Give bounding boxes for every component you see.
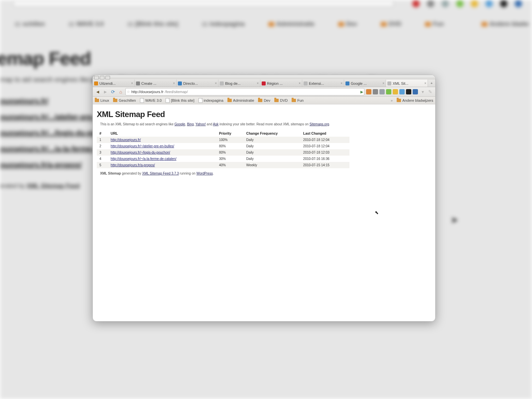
browser-tab[interactable]: Create ...×: [135, 79, 177, 87]
bookmark-item[interactable]: Fun: [292, 98, 304, 102]
cell-freq: Daily: [244, 137, 301, 143]
bookmark-item[interactable]: WAVE 3.0: [140, 98, 162, 103]
link-sitemaps[interactable]: Sitemaps.org: [310, 122, 329, 126]
tab-label: Uitzendi...: [99, 81, 130, 85]
extension-icon[interactable]: [413, 89, 418, 94]
bookmark-item[interactable]: [Blink this site]: [166, 98, 194, 103]
col-num: #: [97, 130, 108, 137]
generator-line: XML Sitemap generated by XML Sitemap Fee…: [100, 172, 431, 175]
bookmark-label: WAVE 3.0: [145, 98, 162, 102]
extension-icon[interactable]: [406, 89, 411, 94]
bookmark-star-icon[interactable]: ☆: [127, 90, 130, 94]
link-bing[interactable]: Bing: [187, 122, 194, 126]
cursor-icon: ➤: [451, 214, 458, 225]
cell-num: 3: [97, 149, 108, 156]
new-tab-button[interactable]: +: [428, 79, 435, 87]
home-button[interactable]: ⌂: [118, 89, 124, 95]
sitemap-url-link[interactable]: http://douxsejours.fr/a-propos/: [111, 163, 155, 167]
link-ask[interactable]: Ask: [213, 122, 219, 126]
cell-url: http://douxsejours.fr/: [108, 137, 216, 143]
window-min-button[interactable]: [94, 76, 99, 79]
bookmarks-overflow-icon[interactable]: »: [391, 98, 393, 102]
cell-url: http://douxsejours.fr/~/atelier-pre-en-b…: [108, 143, 216, 149]
extension-icon[interactable]: [366, 89, 371, 94]
tab-close-icon[interactable]: ×: [424, 81, 426, 85]
go-button[interactable]: ▶: [360, 90, 363, 94]
tab-label: XML Sit...: [393, 81, 423, 85]
tab-favicon: [387, 81, 391, 85]
browser-tab[interactable]: Extensi...×: [302, 79, 344, 87]
cell-priority: 40%: [216, 162, 244, 168]
link-plugin[interactable]: XML Sitemap Feed 3.7.3: [142, 172, 179, 175]
tab-close-icon[interactable]: ×: [173, 81, 175, 85]
cell-priority: 100%: [216, 137, 244, 143]
extension-icon[interactable]: [373, 89, 378, 94]
cell-num: 2: [97, 143, 108, 149]
page-menu-button[interactable]: ▾: [420, 89, 426, 95]
sitemap-url-link[interactable]: http://douxsejours.fr/~/atelier-pre-en-b…: [111, 144, 174, 148]
sitemap-url-link[interactable]: http://douxsejours.fr/~/a-la-ferme-de-ca…: [111, 157, 177, 161]
tab-close-icon[interactable]: ×: [299, 81, 301, 85]
bookmark-item[interactable]: Administratie: [227, 98, 254, 102]
forward-button[interactable]: ►: [102, 89, 108, 95]
browser-tab[interactable]: Uitzendi...×: [93, 79, 135, 87]
bookmark-item[interactable]: Andere bladwijzers: [397, 98, 433, 102]
tab-label: Google ...: [351, 81, 381, 85]
window-titlebar[interactable]: [93, 75, 435, 79]
tab-label: Create ...: [141, 81, 172, 85]
cursor-icon: ⬉: [375, 210, 379, 215]
tab-strip: Uitzendi...×Create ...×Directo...×Blog d…: [93, 79, 435, 87]
browser-tab[interactable]: Région ...×: [260, 79, 302, 87]
col-changed: Last Changed: [301, 130, 349, 137]
link-google[interactable]: Google: [175, 122, 185, 126]
extension-icon[interactable]: [393, 89, 398, 94]
cell-priority: 30%: [216, 156, 244, 162]
bookmark-item[interactable]: Dev: [258, 98, 270, 102]
intro-text: This is an XML Sitemap to aid search eng…: [100, 122, 431, 126]
table-row: 5http://douxsejours.fr/a-propos/40%Weekl…: [97, 162, 349, 168]
browser-tab[interactable]: XML Sit...×: [386, 79, 428, 87]
bookmark-item[interactable]: Geschillen: [113, 98, 136, 102]
reload-button[interactable]: ⟳: [110, 89, 116, 95]
tab-label: Directo...: [183, 81, 213, 85]
address-bar[interactable]: ☆ http://douxsejours.fr/feed/sitemap/ ▶: [125, 88, 364, 95]
link-yahoo[interactable]: Yahoo!: [196, 122, 206, 126]
col-freq: Change Frequency: [244, 130, 301, 137]
link-wordpress[interactable]: WordPress: [197, 172, 213, 175]
bookmark-item[interactable]: DVD: [274, 98, 288, 102]
folder-icon: [227, 99, 232, 102]
sitemap-url-link[interactable]: http://douxsejours.fr/~/logis-du-pouchon…: [111, 151, 170, 154]
extension-icon[interactable]: [399, 89, 405, 94]
tab-close-icon[interactable]: ×: [215, 81, 217, 85]
tab-favicon: [178, 81, 182, 85]
folder-icon: [397, 99, 401, 102]
table-row: 4http://douxsejours.fr/~/a-la-ferme-de-c…: [97, 156, 349, 162]
browser-tab[interactable]: Directo...×: [177, 79, 218, 87]
cell-priority: 80%: [216, 149, 244, 156]
bookmark-item[interactable]: indexpagina: [199, 98, 223, 103]
extension-icon[interactable]: [379, 89, 385, 94]
tab-favicon: [94, 81, 98, 85]
window-buttons[interactable]: [94, 76, 110, 79]
folder-icon: [113, 99, 117, 102]
cell-changed: 2010-07-18 12:04: [301, 137, 349, 143]
extension-icon[interactable]: [386, 89, 391, 94]
back-button[interactable]: ◄: [95, 89, 101, 95]
tab-close-icon[interactable]: ×: [131, 81, 133, 85]
window-max-button[interactable]: [100, 76, 104, 79]
bookmark-item[interactable]: Linux: [95, 98, 109, 102]
page-icon: [166, 98, 170, 103]
tools-menu-button[interactable]: ✎: [427, 89, 433, 95]
cell-num: 1: [97, 137, 108, 143]
bookmark-label: Geschillen: [119, 98, 136, 102]
tab-close-icon[interactable]: ×: [257, 81, 259, 85]
window-close-button[interactable]: [105, 76, 110, 79]
sitemap-url-link[interactable]: http://douxsejours.fr/: [111, 138, 141, 142]
cell-url: http://douxsejours.fr/~/logis-du-pouchon…: [108, 149, 216, 156]
browser-tab[interactable]: Blog de...×: [218, 79, 260, 87]
tab-close-icon[interactable]: ×: [382, 81, 384, 85]
table-row: 3http://douxsejours.fr/~/logis-du-poucho…: [97, 149, 349, 156]
cell-num: 4: [97, 156, 108, 162]
tab-close-icon[interactable]: ×: [340, 81, 342, 85]
browser-tab[interactable]: Google ...×: [344, 79, 386, 87]
